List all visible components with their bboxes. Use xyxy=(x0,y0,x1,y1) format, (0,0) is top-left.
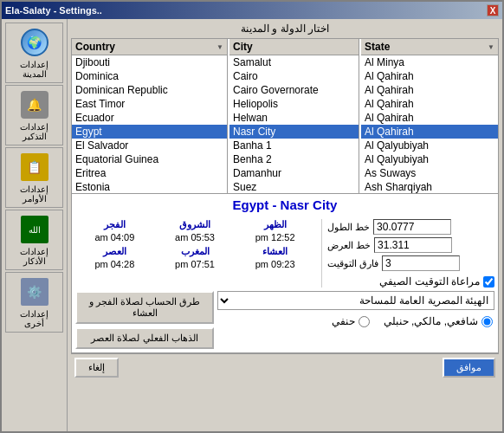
city-header-label: City xyxy=(233,41,253,53)
main-panel: اختار الدولة و المدينة Country ▼ Djibout… xyxy=(68,19,502,431)
state-sort-arrow: ▼ xyxy=(488,43,494,51)
maghrib-label: المغرب xyxy=(156,246,235,257)
allah-icon-container: الله xyxy=(19,214,50,245)
fajr-time: 04:09 am xyxy=(75,232,154,242)
lon-input[interactable] xyxy=(374,237,452,253)
tz-label: فارق التوقيت xyxy=(327,258,378,269)
lat-label: خط الطول xyxy=(327,222,370,233)
allah-icon: الله xyxy=(21,216,48,243)
lat-input[interactable] xyxy=(373,219,451,235)
window-title: Ela-Salaty - Settings.. xyxy=(5,5,102,16)
city-header: City xyxy=(229,39,359,55)
country-row-equatorialguinea[interactable]: Equatorial Guinea xyxy=(72,152,227,166)
dst-label: مراعاة التوقيت الصيفي xyxy=(379,275,480,288)
city-row-helwan[interactable]: Helwan xyxy=(229,111,359,125)
orders-icon-container: 📋 xyxy=(19,152,50,183)
calculation-method-dropdown[interactable]: الهيئة المصرية العامة للمساحة xyxy=(217,291,494,310)
state-row-8[interactable]: Al Qalyubiyah xyxy=(361,152,498,166)
city-row-samalut[interactable]: Samalut xyxy=(229,55,359,69)
state-header-label: State xyxy=(365,41,390,53)
city-row-benha2[interactable]: Benha 2 xyxy=(229,152,359,166)
country-row-djibouti[interactable]: Djibouti xyxy=(72,55,227,69)
city-rows[interactable]: Samalut Cairo Cairo Governorate Heliopol… xyxy=(229,55,359,193)
dialog-header: اختار الدولة و المدينة xyxy=(71,23,499,35)
country-header-label: Country xyxy=(75,41,115,53)
state-row-3[interactable]: Al Qahirah xyxy=(361,83,498,97)
country-rows[interactable]: Djibouti Dominica Dominican Republic Eas… xyxy=(72,55,227,193)
sidebar-label-reminder: إعدادات التذكير xyxy=(10,122,59,141)
dst-checkbox[interactable] xyxy=(483,276,494,288)
content-area: 🌍 إعدادات المدينة 🔔 إعدادات التذكير 📋 إع… xyxy=(2,19,502,431)
sound-icon: 🔔 xyxy=(21,91,48,119)
city-column: City Samalut Cairo Cairo Governorate Hel… xyxy=(229,39,359,193)
state-row-4[interactable]: Al Qahirah xyxy=(361,97,498,111)
country-row-elsalvador[interactable]: El Salvador xyxy=(72,139,227,152)
city-row-cairogov[interactable]: Cairo Governorate xyxy=(229,83,359,97)
country-header: Country ▼ xyxy=(72,39,227,55)
close-button[interactable]: X xyxy=(487,4,499,16)
city-row-damanhur[interactable]: Damanhur xyxy=(229,166,359,180)
fajr-label: الفجر xyxy=(75,219,154,230)
shafii-label: شافعي, مالكي, حنبلي xyxy=(384,315,478,327)
sidebar-label-city: إعدادات المدينة xyxy=(10,60,59,79)
globe-icon: 🌍 xyxy=(21,29,48,56)
state-row-10[interactable]: Ash Sharqiyah xyxy=(361,180,498,193)
sidebar-item-orders[interactable]: 📋 إعدادات الأوامر xyxy=(5,147,63,208)
tools-icon-container: ⚙️ xyxy=(19,276,50,307)
shuruq-time: 05:53 am xyxy=(156,232,235,242)
location-table: Country ▼ Djibouti Dominica Dominican Re… xyxy=(71,38,499,194)
state-row-2[interactable]: Al Qahirah xyxy=(361,69,498,83)
city-row-nasrcity[interactable]: Nasr City xyxy=(229,125,359,139)
state-row-9[interactable]: As Suways xyxy=(361,166,498,180)
country-sort-arrow: ▼ xyxy=(216,43,223,51)
asr-label: العصر xyxy=(75,246,154,257)
country-row-dominica[interactable]: Dominica xyxy=(72,69,227,83)
city-row-heliopolis[interactable]: Heliopolis xyxy=(229,97,359,111)
state-row-7[interactable]: Al Qalyubiyah xyxy=(361,139,498,152)
country-row-ecuador[interactable]: Ecuador xyxy=(72,111,227,125)
footer-buttons: إلغاء موافق xyxy=(71,353,499,381)
shafii-radio[interactable] xyxy=(481,316,493,327)
sound-icon-container: 🔔 xyxy=(19,89,50,120)
country-row-egypt[interactable]: Egypt xyxy=(72,125,227,139)
dhuhr-label: الظهر xyxy=(236,219,314,230)
country-row-easttimor[interactable]: East Timor xyxy=(72,97,227,111)
asr-nav-button[interactable]: الذهاب الفعلي لصلاة العصر xyxy=(75,327,214,349)
sidebar-item-city[interactable]: 🌍 إعدادات المدينة xyxy=(5,23,63,83)
state-row-1[interactable]: Al Minya xyxy=(361,55,498,69)
orders-icon: 📋 xyxy=(21,153,48,181)
hanafi-radio-label: حنفي xyxy=(332,315,370,327)
cancel-button[interactable]: إلغاء xyxy=(74,358,119,378)
country-row-estonia[interactable]: Estonia xyxy=(72,180,227,193)
state-rows[interactable]: Al Minya Al Qahirah Al Qahirah Al Qahira… xyxy=(361,55,498,193)
tools-icon: ⚙️ xyxy=(21,278,48,306)
country-row-eritrea[interactable]: Eritrea xyxy=(72,166,227,180)
state-row-5[interactable]: Al Qahirah xyxy=(361,111,498,125)
maghrib-time: 07:51 pm xyxy=(156,259,235,269)
selected-location-label: Egypt - Nasr City xyxy=(71,194,499,216)
state-header: State ▼ xyxy=(361,39,498,55)
prayer-section: الظهر الشروق الفجر 12:52 pm 05:53 am 04:… xyxy=(71,216,499,353)
city-row-suez[interactable]: Suez xyxy=(229,180,359,193)
sidebar-label-other: إعدادات أخرى xyxy=(10,309,59,328)
sidebar-item-dhikr[interactable]: الله إعدادات الأذكار xyxy=(5,210,63,270)
isha-time: 09:23 pm xyxy=(236,259,314,269)
hanafi-label: حنفي xyxy=(332,315,355,327)
country-row-domrep[interactable]: Dominican Republic xyxy=(72,83,227,97)
fajr-isha-calc-button[interactable]: طرق الحساب لصلاة الفجر و العشاء xyxy=(75,291,214,324)
state-row-6[interactable]: Al Qahirah xyxy=(361,125,498,139)
hanafi-radio[interactable] xyxy=(359,316,370,327)
shuruq-label: الشروق xyxy=(156,219,235,230)
sidebar-item-reminder[interactable]: 🔔 إعدادات التذكير xyxy=(5,85,63,145)
city-row-banha1[interactable]: Banha 1 xyxy=(229,139,359,152)
tz-input[interactable] xyxy=(382,255,460,271)
shafii-radio-label: شافعي, مالكي, حنبلي xyxy=(384,315,493,327)
country-column: Country ▼ Djibouti Dominica Dominican Re… xyxy=(72,39,228,193)
ok-button[interactable]: موافق xyxy=(443,358,495,378)
sidebar-label-orders: إعدادات الأوامر xyxy=(10,184,59,204)
city-row-cairo[interactable]: Cairo xyxy=(229,69,359,83)
isha-label: العشاء xyxy=(236,246,314,257)
asr-time: 04:28 pm xyxy=(75,259,154,269)
globe-icon-container: 🌍 xyxy=(19,27,50,58)
sidebar-item-other[interactable]: ⚙️ إعدادات أخرى xyxy=(5,272,63,333)
